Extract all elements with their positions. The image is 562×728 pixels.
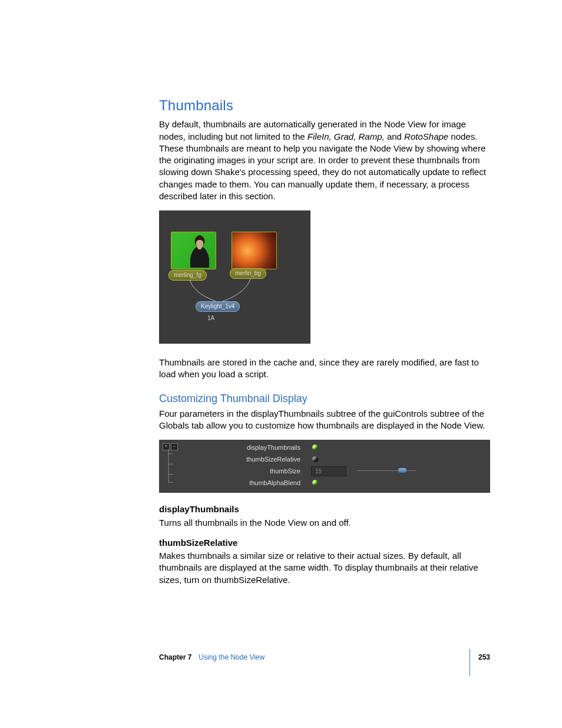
param-label-thumbsize: thumbSize	[171, 467, 309, 476]
toggle-thumbsizerelative[interactable]	[312, 456, 318, 462]
def-title-displaythumbnails: displayThumbnails	[159, 503, 490, 515]
parameter-panel: + − displayThumbnails thumbSizeRelative …	[159, 440, 490, 493]
footer-divider	[470, 649, 470, 676]
intro-text-b: and	[385, 131, 404, 141]
footer-chapter: Chapter 7	[159, 653, 191, 662]
subsection-heading: Customizing Thumbnail Display	[159, 391, 490, 406]
input-thumbsize[interactable]: 15	[311, 466, 346, 476]
param-label-displaythumbnails: displayThumbnails	[171, 443, 309, 452]
footer-chapter-title: Using the Node View	[199, 653, 265, 662]
node-annotation: 1A	[207, 314, 214, 322]
cache-paragraph: Thumbnails are stored in the cache and, …	[159, 357, 490, 381]
param-label-thumbsizerelative: thumbSizeRelative	[171, 455, 309, 464]
definition-thumbsizerelative: thumbSizeRelative Makes thumbnails a sim…	[159, 537, 490, 586]
def-title-thumbsizerelative: thumbSizeRelative	[159, 537, 490, 549]
page: Thumbnails By default, thumbnails are au…	[0, 0, 562, 728]
toggle-thumbalphablend[interactable]	[312, 480, 318, 486]
slider-knob[interactable]	[398, 468, 406, 473]
node-types-italic: FileIn, Grad, Ramp,	[308, 131, 385, 141]
definition-displaythumbnails: displayThumbnails Turns all thumbnails i…	[159, 503, 490, 529]
def-body-thumbsizerelative: Makes thumbnails a similar size or relat…	[159, 550, 490, 586]
content-column: Thumbnails By default, thumbnails are au…	[159, 96, 490, 593]
page-footer: Chapter 7 Using the Node View 253	[159, 649, 490, 677]
intro-text-c: nodes. These thumbnails are meant to hel…	[159, 131, 486, 201]
def-body-displaythumbnails: Turns all thumbnails in the Node View on…	[159, 517, 490, 529]
customize-paragraph: Four parameters in the displayThumbnails…	[159, 408, 490, 432]
node-wires	[159, 210, 310, 344]
rotoshape-italic: RotoShape	[404, 131, 448, 141]
nodeview-screenshot: merling_fg merlin_bg Keylight_1v4 1A	[159, 210, 310, 344]
footer-page-number: 253	[468, 653, 490, 662]
toggle-displaythumbnails[interactable]	[312, 444, 318, 450]
slider-track-line	[357, 470, 416, 471]
slider-thumbsize[interactable]	[357, 470, 416, 472]
intro-paragraph: By default, thumbnails are automatically…	[159, 118, 490, 202]
param-label-thumbalphablend: thumbAlphaBlend	[171, 479, 309, 487]
section-heading: Thumbnails	[159, 96, 490, 115]
